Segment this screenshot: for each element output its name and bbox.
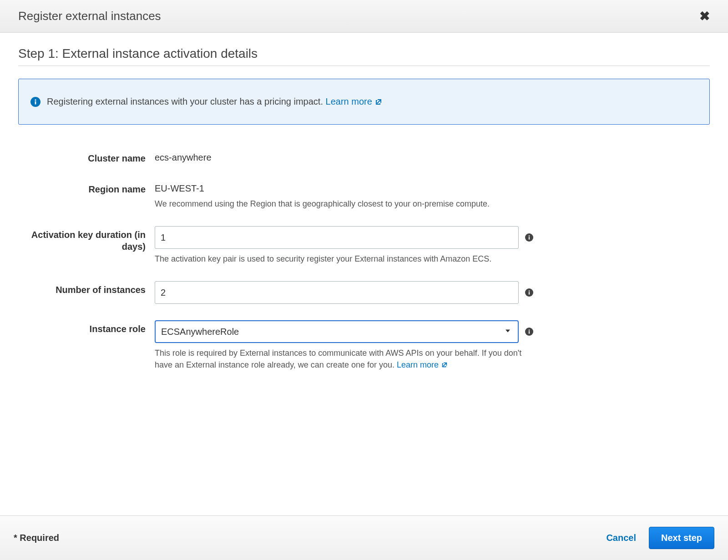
activation-helper-text: The activation key pair is used to secur… xyxy=(155,253,528,265)
footer-actions: Cancel Next step xyxy=(606,527,714,549)
instance-role-select[interactable]: ECSAnywhereRole xyxy=(155,320,519,343)
value-col-role: ECSAnywhereRole This role is required by… xyxy=(155,320,564,370)
svg-rect-2 xyxy=(35,99,36,101)
modal-footer: * Required Cancel Next step xyxy=(0,515,728,560)
value-col-instances xyxy=(155,281,564,304)
cancel-button[interactable]: Cancel xyxy=(606,533,636,543)
pricing-info-banner: Registering external instances with your… xyxy=(18,79,710,125)
external-link-icon xyxy=(375,98,382,106)
label-cluster-name: Cluster name xyxy=(18,150,155,164)
label-region-name: Region name xyxy=(18,181,155,210)
svg-rect-7 xyxy=(529,292,530,295)
svg-rect-10 xyxy=(529,331,530,334)
activation-duration-input[interactable] xyxy=(155,226,519,249)
step-title: Step 1: External instance activation det… xyxy=(18,46,710,66)
required-note: * Required xyxy=(14,533,59,543)
modal-content: Step 1: External instance activation det… xyxy=(0,33,728,451)
next-step-button[interactable]: Next step xyxy=(649,527,714,549)
number-of-instances-input[interactable] xyxy=(155,281,519,304)
pricing-learn-more-link[interactable]: Learn more xyxy=(326,96,382,107)
value-col-activation: The activation key pair is used to secur… xyxy=(155,226,564,265)
svg-rect-11 xyxy=(529,330,530,331)
instance-role-helper: This role is required by External instan… xyxy=(155,348,528,370)
region-name-value: EU-WEST-1 xyxy=(155,181,564,194)
instance-role-helper-text: This role is required by External instan… xyxy=(155,348,521,369)
svg-rect-8 xyxy=(529,291,530,292)
instance-role-learn-more-link[interactable]: Learn more xyxy=(397,359,448,371)
cluster-name-value: ecs-anywhere xyxy=(155,150,564,163)
modal-title: Register external instances xyxy=(18,9,161,23)
external-link-icon xyxy=(441,362,448,368)
label-instance-role: Instance role xyxy=(18,320,155,370)
pricing-info-message: Registering external instances with your… xyxy=(47,96,323,106)
info-icon[interactable] xyxy=(525,328,533,336)
svg-rect-1 xyxy=(35,101,36,104)
info-icon[interactable] xyxy=(525,233,533,242)
modal-header: Register external instances ✖ xyxy=(0,0,728,33)
close-icon[interactable]: ✖ xyxy=(699,10,710,23)
instance-role-learn-more-label: Learn more xyxy=(397,359,439,371)
info-icon[interactable] xyxy=(525,288,533,297)
row-instance-role: Instance role ECSAnywhereRole This role … xyxy=(18,320,710,370)
label-number-of-instances: Number of instances xyxy=(18,281,155,304)
value-col-cluster: ecs-anywhere xyxy=(155,150,564,164)
row-cluster-name: Cluster name ecs-anywhere xyxy=(18,150,710,164)
info-icon xyxy=(30,97,40,107)
svg-rect-4 xyxy=(529,237,530,240)
svg-rect-5 xyxy=(529,236,530,237)
label-activation-duration: Activation key duration (in days) xyxy=(18,226,155,265)
row-region-name: Region name EU-WEST-1 We recommend using… xyxy=(18,181,710,210)
pricing-info-text: Registering external instances with your… xyxy=(47,96,382,107)
pricing-learn-more-label: Learn more xyxy=(326,96,372,107)
row-activation-duration: Activation key duration (in days) The ac… xyxy=(18,226,710,265)
region-helper-text: We recommend using the Region that is ge… xyxy=(155,198,528,210)
row-number-of-instances: Number of instances xyxy=(18,281,710,304)
value-col-region: EU-WEST-1 We recommend using the Region … xyxy=(155,181,564,210)
